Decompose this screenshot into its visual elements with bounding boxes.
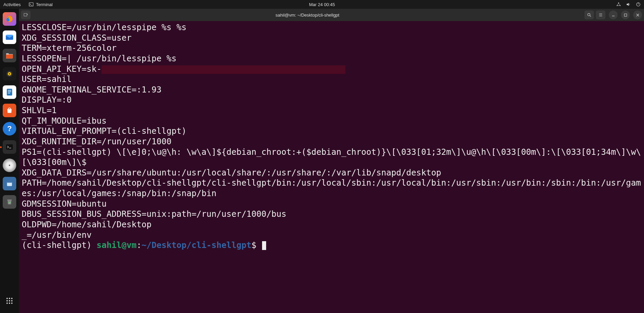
new-tab-button[interactable] xyxy=(21,11,30,19)
terminal-line: DISPLAY=:0 xyxy=(22,95,641,105)
svg-rect-17 xyxy=(7,181,12,183)
svg-point-21 xyxy=(9,298,10,299)
disc-icon xyxy=(8,164,11,167)
dock-accessory[interactable] xyxy=(3,177,16,190)
search-button[interactable] xyxy=(584,11,594,19)
svg-point-25 xyxy=(11,300,13,301)
terminal-line: PS1=(cli-shellgpt) \[\e]0;\u@\h: \w\a\]$… xyxy=(22,147,641,168)
prompt-venv: (cli-shellgpt) xyxy=(22,240,96,250)
svg-rect-31 xyxy=(624,14,626,16)
dock-thunderbird[interactable] xyxy=(3,30,16,44)
speaker-icon xyxy=(5,70,14,78)
terminal-line: QT_IM_MODULE=ibus xyxy=(22,116,641,126)
firefox-icon xyxy=(5,15,14,23)
hamburger-icon xyxy=(598,13,603,17)
network-icon xyxy=(616,2,621,7)
dock-trash[interactable] xyxy=(3,195,16,209)
cursor xyxy=(262,241,266,250)
svg-rect-18 xyxy=(7,200,12,201)
terminal-titlebar: sahil@vm: ~/Desktop/cli-shellgpt xyxy=(19,9,644,21)
dock-files[interactable] xyxy=(3,49,16,62)
prompt-path: ~/Desktop/cli-shellgpt xyxy=(142,240,252,250)
dock-firefox[interactable] xyxy=(3,12,16,26)
terminal-line: GDMSESSION=ubuntu xyxy=(22,199,641,209)
terminal-icon xyxy=(29,2,34,7)
svg-point-15 xyxy=(9,165,10,166)
minimize-button[interactable] xyxy=(609,11,618,19)
prompt-dollar: $ xyxy=(252,240,262,250)
svg-point-26 xyxy=(6,302,8,304)
terminal-line: _=/usr/bin/env xyxy=(22,230,641,241)
terminal-line: XDG_DATA_DIRS=/usr/share/ubuntu:/usr/loc… xyxy=(22,168,641,178)
terminal-window: sahil@vm: ~/Desktop/cli-shellgpt LESSCLO… xyxy=(19,9,644,313)
panel-icon xyxy=(6,180,13,187)
terminal-line: SHLVL=1 xyxy=(22,105,641,116)
current-app-label: Terminal xyxy=(36,2,52,7)
terminal-line: USER=sahil xyxy=(22,74,641,85)
new-tab-icon xyxy=(23,13,28,17)
terminal-line: GNOME_TERMINAL_SERVICE=:1.93 xyxy=(22,85,641,95)
current-app-indicator[interactable]: Terminal xyxy=(29,2,52,7)
terminal-output[interactable]: LESSCLOSE=/usr/bin/lesspipe %s %sXDG_SES… xyxy=(19,21,644,313)
maximize-button[interactable] xyxy=(621,11,630,19)
dock-terminal[interactable] xyxy=(3,140,16,154)
svg-point-30 xyxy=(588,14,590,16)
dock-software[interactable] xyxy=(3,104,16,117)
question-icon: ? xyxy=(7,124,12,133)
dock-rhythmbox[interactable] xyxy=(3,67,16,81)
dock-writer[interactable] xyxy=(3,85,16,99)
terminal-app-icon xyxy=(5,143,14,151)
show-applications-button[interactable] xyxy=(3,294,16,308)
prompt-user-host: sahil@vm xyxy=(96,240,136,250)
terminal-line: LESSOPEN=| /usr/bin/lesspipe %s xyxy=(22,54,641,64)
close-button[interactable] xyxy=(633,11,642,19)
document-icon xyxy=(5,88,14,96)
dock: ? xyxy=(0,9,19,313)
gnome-top-panel: Activities Terminal Mar 24 00:45 xyxy=(0,0,644,9)
terminal-line: OLDPWD=/home/sahil/Desktop xyxy=(22,220,641,230)
activities-button[interactable]: Activities xyxy=(3,2,21,7)
terminal-line: LESSCLOSE=/usr/bin/lesspipe %s %s xyxy=(22,22,641,33)
power-icon xyxy=(636,2,641,7)
svg-point-20 xyxy=(6,298,8,299)
shopping-bag-icon xyxy=(6,107,13,114)
terminal-line: DBUS_SESSION_BUS_ADDRESS=unix:path=/run/… xyxy=(22,209,641,220)
trash-icon xyxy=(6,198,13,206)
system-tray[interactable] xyxy=(616,2,641,7)
svg-point-28 xyxy=(11,302,13,304)
svg-rect-11 xyxy=(8,90,11,91)
svg-rect-12 xyxy=(8,91,11,92)
clock[interactable]: Mar 24 00:45 xyxy=(309,2,335,7)
close-icon xyxy=(636,13,640,17)
dock-help[interactable]: ? xyxy=(3,122,16,135)
hamburger-menu-button[interactable] xyxy=(596,11,605,19)
svg-point-24 xyxy=(9,300,10,301)
minimize-icon xyxy=(611,13,615,17)
svg-rect-0 xyxy=(29,3,33,6)
terminal-line: XDG_RUNTIME_DIR=/run/user/1000 xyxy=(22,137,641,147)
svg-rect-14 xyxy=(6,144,13,150)
terminal-line: PATH=/home/sahil/Desktop/cli-shellgpt/cl… xyxy=(22,178,641,199)
svg-rect-29 xyxy=(24,14,27,16)
window-title: sahil@vm: ~/Desktop/cli-shellgpt xyxy=(33,13,582,18)
volume-icon xyxy=(626,2,631,7)
thunderbird-icon xyxy=(5,33,14,42)
search-icon xyxy=(587,13,592,17)
terminal-line: XDG_SESSION_CLASS=user xyxy=(22,33,641,43)
svg-point-27 xyxy=(9,302,10,304)
svg-rect-13 xyxy=(8,93,10,93)
terminal-line: OPEN_API_KEY=sk- xyxy=(22,64,641,75)
terminal-line: VIRTUAL_ENV_PROMPT=(cli-shellgpt) xyxy=(22,126,641,137)
svg-point-22 xyxy=(11,298,13,299)
svg-rect-6 xyxy=(6,55,13,59)
apps-grid-icon xyxy=(5,297,14,305)
prompt-colon: : xyxy=(136,240,142,250)
files-icon xyxy=(5,51,14,60)
prompt-line[interactable]: (cli-shellgpt) sahil@vm:~/Desktop/cli-sh… xyxy=(22,240,641,251)
svg-rect-10 xyxy=(7,89,12,96)
terminal-line: TERM=xterm-256color xyxy=(22,43,641,54)
redacted-key xyxy=(102,65,345,74)
dock-disc[interactable] xyxy=(3,159,16,172)
maximize-icon xyxy=(624,13,627,17)
svg-point-9 xyxy=(9,73,10,75)
